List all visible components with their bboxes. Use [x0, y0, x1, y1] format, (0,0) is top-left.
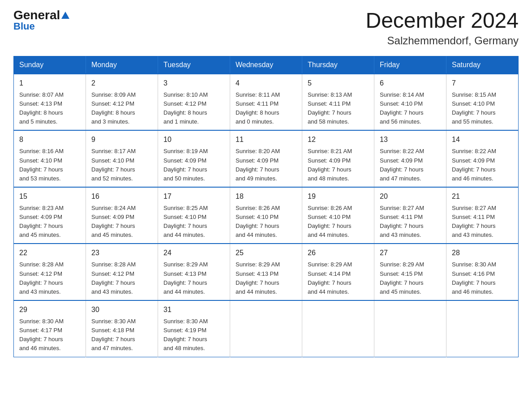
calendar-cell	[230, 300, 302, 357]
day-info: Sunrise: 8:13 AM Sunset: 4:11 PM Dayligh…	[308, 90, 369, 127]
calendar-cell: 28Sunrise: 8:30 AM Sunset: 4:16 PM Dayli…	[446, 244, 519, 300]
day-number: 24	[163, 248, 224, 258]
calendar-cell: 21Sunrise: 8:27 AM Sunset: 4:11 PM Dayli…	[446, 187, 519, 244]
calendar-cell: 4Sunrise: 8:11 AM Sunset: 4:11 PM Daylig…	[230, 74, 302, 131]
day-info: Sunrise: 8:11 AM Sunset: 4:11 PM Dayligh…	[236, 90, 296, 127]
calendar-cell: 26Sunrise: 8:29 AM Sunset: 4:14 PM Dayli…	[302, 244, 374, 300]
day-number: 19	[308, 191, 369, 202]
calendar-cell: 24Sunrise: 8:29 AM Sunset: 4:13 PM Dayli…	[158, 244, 230, 300]
calendar-subtitle: Salzhemmendorf, Germany	[365, 34, 519, 47]
day-number: 29	[19, 304, 80, 315]
calendar-cell: 10Sunrise: 8:19 AM Sunset: 4:09 PM Dayli…	[158, 130, 230, 187]
day-info: Sunrise: 8:09 AM Sunset: 4:12 PM Dayligh…	[91, 90, 152, 127]
day-info: Sunrise: 8:29 AM Sunset: 4:13 PM Dayligh…	[163, 260, 224, 296]
calendar-header-friday: Friday	[374, 56, 446, 74]
calendar-cell: 30Sunrise: 8:30 AM Sunset: 4:18 PM Dayli…	[86, 300, 158, 357]
day-number: 26	[308, 248, 369, 258]
calendar-header-thursday: Thursday	[302, 56, 374, 74]
day-info: Sunrise: 8:22 AM Sunset: 4:09 PM Dayligh…	[380, 147, 441, 183]
day-number: 9	[91, 134, 152, 145]
calendar-cell: 18Sunrise: 8:26 AM Sunset: 4:10 PM Dayli…	[230, 187, 302, 244]
day-number: 8	[19, 134, 80, 145]
calendar-cell: 16Sunrise: 8:24 AM Sunset: 4:09 PM Dayli…	[86, 187, 158, 244]
logo-blue: Blue	[13, 21, 35, 32]
calendar-header-saturday: Saturday	[446, 56, 519, 74]
calendar-cell	[374, 300, 446, 357]
day-number: 15	[19, 191, 80, 202]
day-info: Sunrise: 8:17 AM Sunset: 4:10 PM Dayligh…	[91, 147, 152, 183]
day-number: 1	[19, 78, 80, 89]
day-number: 3	[163, 78, 224, 89]
calendar-cell: 27Sunrise: 8:29 AM Sunset: 4:15 PM Dayli…	[374, 244, 446, 300]
day-info: Sunrise: 8:28 AM Sunset: 4:12 PM Dayligh…	[91, 260, 152, 296]
day-info: Sunrise: 8:10 AM Sunset: 4:12 PM Dayligh…	[163, 90, 224, 127]
title-block: December 2024 Salzhemmendorf, Germany	[365, 9, 519, 47]
day-info: Sunrise: 8:26 AM Sunset: 4:10 PM Dayligh…	[236, 204, 296, 240]
calendar-week-row: 1Sunrise: 8:07 AM Sunset: 4:13 PM Daylig…	[14, 74, 519, 131]
day-info: Sunrise: 8:30 AM Sunset: 4:17 PM Dayligh…	[19, 317, 80, 353]
calendar-cell: 7Sunrise: 8:15 AM Sunset: 4:10 PM Daylig…	[446, 74, 519, 131]
calendar-cell: 31Sunrise: 8:30 AM Sunset: 4:19 PM Dayli…	[158, 300, 230, 357]
day-info: Sunrise: 8:29 AM Sunset: 4:15 PM Dayligh…	[380, 260, 441, 296]
day-info: Sunrise: 8:30 AM Sunset: 4:18 PM Dayligh…	[91, 317, 152, 353]
calendar-week-row: 22Sunrise: 8:28 AM Sunset: 4:12 PM Dayli…	[14, 244, 519, 300]
day-info: Sunrise: 8:29 AM Sunset: 4:13 PM Dayligh…	[236, 260, 296, 296]
day-number: 27	[380, 248, 441, 258]
calendar-cell: 12Sunrise: 8:21 AM Sunset: 4:09 PM Dayli…	[302, 130, 374, 187]
day-info: Sunrise: 8:27 AM Sunset: 4:11 PM Dayligh…	[380, 204, 441, 240]
day-info: Sunrise: 8:20 AM Sunset: 4:09 PM Dayligh…	[236, 147, 296, 183]
day-info: Sunrise: 8:23 AM Sunset: 4:09 PM Dayligh…	[19, 204, 80, 240]
calendar-cell: 5Sunrise: 8:13 AM Sunset: 4:11 PM Daylig…	[302, 74, 374, 131]
calendar-table: SundayMondayTuesdayWednesdayThursdayFrid…	[13, 56, 519, 357]
logo: General Blue	[13, 9, 69, 32]
day-number: 22	[19, 248, 80, 258]
calendar-cell: 11Sunrise: 8:20 AM Sunset: 4:09 PM Dayli…	[230, 130, 302, 187]
day-number: 31	[163, 304, 224, 315]
day-info: Sunrise: 8:28 AM Sunset: 4:12 PM Dayligh…	[19, 260, 80, 296]
day-number: 14	[452, 134, 513, 145]
day-info: Sunrise: 8:26 AM Sunset: 4:10 PM Dayligh…	[308, 204, 369, 240]
day-number: 13	[380, 134, 441, 145]
day-number: 28	[452, 248, 513, 258]
day-info: Sunrise: 8:19 AM Sunset: 4:09 PM Dayligh…	[163, 147, 224, 183]
day-info: Sunrise: 8:22 AM Sunset: 4:09 PM Dayligh…	[452, 147, 513, 183]
day-info: Sunrise: 8:25 AM Sunset: 4:10 PM Dayligh…	[163, 204, 224, 240]
calendar-cell: 20Sunrise: 8:27 AM Sunset: 4:11 PM Dayli…	[374, 187, 446, 244]
day-info: Sunrise: 8:24 AM Sunset: 4:09 PM Dayligh…	[91, 204, 152, 240]
calendar-cell: 8Sunrise: 8:16 AM Sunset: 4:10 PM Daylig…	[14, 130, 86, 187]
calendar-header-row: SundayMondayTuesdayWednesdayThursdayFrid…	[14, 56, 519, 74]
calendar-cell: 22Sunrise: 8:28 AM Sunset: 4:12 PM Dayli…	[14, 244, 86, 300]
calendar-cell: 3Sunrise: 8:10 AM Sunset: 4:12 PM Daylig…	[158, 74, 230, 131]
calendar-week-row: 8Sunrise: 8:16 AM Sunset: 4:10 PM Daylig…	[14, 130, 519, 187]
calendar-cell	[302, 300, 374, 357]
day-number: 7	[452, 78, 513, 89]
day-info: Sunrise: 8:29 AM Sunset: 4:14 PM Dayligh…	[308, 260, 369, 296]
day-number: 23	[91, 248, 152, 258]
calendar-header-wednesday: Wednesday	[230, 56, 302, 74]
calendar-cell	[446, 300, 519, 357]
day-info: Sunrise: 8:15 AM Sunset: 4:10 PM Dayligh…	[452, 90, 513, 127]
day-number: 5	[308, 78, 369, 89]
day-info: Sunrise: 8:30 AM Sunset: 4:16 PM Dayligh…	[452, 260, 513, 296]
day-number: 30	[91, 304, 152, 315]
day-number: 17	[163, 191, 224, 202]
day-info: Sunrise: 8:14 AM Sunset: 4:10 PM Dayligh…	[380, 90, 441, 127]
calendar-header-monday: Monday	[86, 56, 158, 74]
calendar-cell: 13Sunrise: 8:22 AM Sunset: 4:09 PM Dayli…	[374, 130, 446, 187]
day-number: 4	[236, 78, 296, 89]
calendar-week-row: 15Sunrise: 8:23 AM Sunset: 4:09 PM Dayli…	[14, 187, 519, 244]
day-info: Sunrise: 8:16 AM Sunset: 4:10 PM Dayligh…	[19, 147, 80, 183]
calendar-cell: 23Sunrise: 8:28 AM Sunset: 4:12 PM Dayli…	[86, 244, 158, 300]
calendar-cell: 25Sunrise: 8:29 AM Sunset: 4:13 PM Dayli…	[230, 244, 302, 300]
page-header: General Blue December 2024 Salzhemmendor…	[13, 9, 519, 47]
calendar-cell: 15Sunrise: 8:23 AM Sunset: 4:09 PM Dayli…	[14, 187, 86, 244]
calendar-cell: 9Sunrise: 8:17 AM Sunset: 4:10 PM Daylig…	[86, 130, 158, 187]
calendar-cell: 1Sunrise: 8:07 AM Sunset: 4:13 PM Daylig…	[14, 74, 86, 131]
calendar-cell: 6Sunrise: 8:14 AM Sunset: 4:10 PM Daylig…	[374, 74, 446, 131]
day-number: 16	[91, 191, 152, 202]
calendar-week-row: 29Sunrise: 8:30 AM Sunset: 4:17 PM Dayli…	[14, 300, 519, 357]
day-number: 21	[452, 191, 513, 202]
calendar-cell: 17Sunrise: 8:25 AM Sunset: 4:10 PM Dayli…	[158, 187, 230, 244]
calendar-cell: 2Sunrise: 8:09 AM Sunset: 4:12 PM Daylig…	[86, 74, 158, 131]
day-number: 18	[236, 191, 296, 202]
